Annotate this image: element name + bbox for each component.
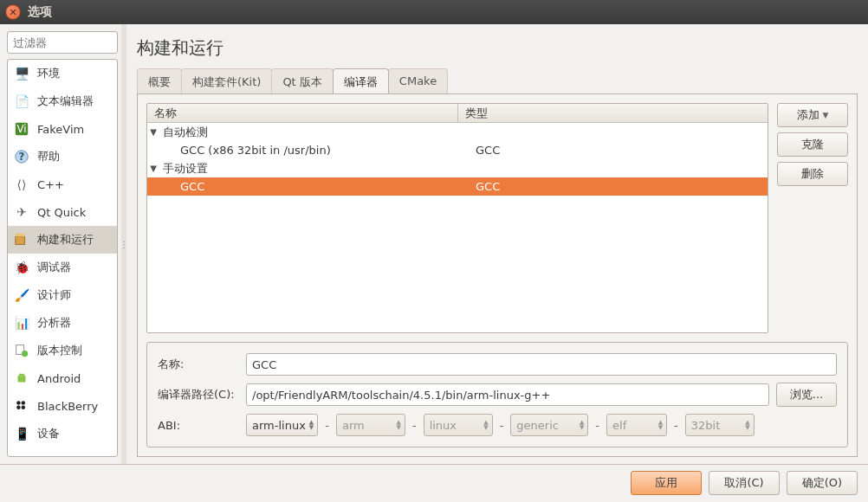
browse-button[interactable]: 浏览... <box>776 383 837 407</box>
svg-rect-4 <box>16 236 25 244</box>
sidebar-item-android[interactable]: Android <box>8 364 117 392</box>
titlebar: ✕ 选项 <box>0 0 868 24</box>
main-panel: 构建和运行 概要 构建套件(Kit) Qt 版本 编译器 CMake 名称 类型… <box>126 24 868 464</box>
apply-button[interactable]: 应用 <box>631 471 702 495</box>
svg-point-12 <box>22 401 26 405</box>
fakevim-icon: Vi <box>13 120 30 138</box>
delete-button[interactable]: 删除 <box>777 162 848 186</box>
add-button[interactable]: 添加▼ <box>777 103 848 127</box>
cpp-icon: ⟨⟩ <box>13 176 30 193</box>
help-icon: ? <box>13 148 30 165</box>
sidebar-item-vcs[interactable]: 版本控制 <box>8 337 117 364</box>
page-title: 构建和运行 <box>137 36 858 60</box>
abi-bits: 32bit▲▼ <box>685 414 755 436</box>
spinner-icon: ▲▼ <box>309 420 314 430</box>
vcs-icon <box>13 342 30 359</box>
svg-text:?: ? <box>19 151 25 163</box>
tree-header: 名称 类型 <box>147 104 768 123</box>
close-icon[interactable]: ✕ <box>5 4 21 20</box>
expand-icon[interactable]: ▼ <box>147 164 159 173</box>
document-icon: 📄 <box>13 93 30 110</box>
tab-kits[interactable]: 构建套件(Kit) <box>181 68 272 93</box>
tree-group-manual[interactable]: ▼手动设置 <box>147 159 768 177</box>
window-title: 选项 <box>28 4 52 20</box>
svg-rect-5 <box>16 234 25 237</box>
path-input[interactable] <box>246 383 769 406</box>
abi-arch: arm▲▼ <box>336 414 405 436</box>
sidebar-item-designer[interactable]: 🖌️设计师 <box>8 281 117 309</box>
path-label: 编译器路径(C): <box>158 387 239 402</box>
sidebar-item-devices[interactable]: 📱设备 <box>8 420 117 447</box>
sidebar: 🖥️环境 📄文本编辑器 ViFakeVim ?帮助 ⟨⟩C++ ✈Qt Quic… <box>0 24 121 464</box>
sidebar-item-debugger[interactable]: 🐞调试器 <box>8 254 117 281</box>
sidebar-item-buildrun[interactable]: 构建和运行 <box>8 226 117 254</box>
sidebar-item-qtquick[interactable]: ✈Qt Quick <box>8 198 117 226</box>
tree-group-auto[interactable]: ▼自动检测 <box>147 123 768 141</box>
tree-row[interactable]: GCCGCC <box>147 177 768 196</box>
tab-compilers[interactable]: 编译器 <box>333 68 389 93</box>
sidebar-item-help[interactable]: ?帮助 <box>8 143 117 171</box>
monitor-icon: 🖥️ <box>13 65 30 82</box>
analyzer-icon: 📊 <box>13 314 30 331</box>
tab-qtversion[interactable]: Qt 版本 <box>271 68 333 93</box>
cancel-button[interactable]: 取消(C) <box>709 471 780 495</box>
tab-bar: 概要 构建套件(Kit) Qt 版本 编译器 CMake <box>137 68 858 94</box>
device-icon: 📱 <box>13 425 30 442</box>
brush-icon: 🖌️ <box>13 286 30 304</box>
svg-point-14 <box>22 406 26 410</box>
name-label: 名称: <box>158 357 239 372</box>
sidebar-item-environment[interactable]: 🖥️环境 <box>8 60 117 87</box>
sidebar-item-texteditor[interactable]: 📄文本编辑器 <box>8 87 117 115</box>
col-name[interactable]: 名称 <box>147 104 458 122</box>
detail-panel: 名称: 编译器路径(C): 浏览... ABI: arm-linux▲▼ - a… <box>146 342 848 447</box>
abi-label: ABI: <box>158 419 239 432</box>
bug-icon: 🐞 <box>13 259 30 276</box>
sidebar-item-blackberry[interactable]: BlackBerry <box>8 392 117 420</box>
svg-point-7 <box>22 351 28 357</box>
sidebar-item-cpp[interactable]: ⟨⟩C++ <box>8 171 117 198</box>
android-icon <box>13 370 30 387</box>
tree-row[interactable]: GCC (x86 32bit in /usr/bin)GCC <box>147 141 768 159</box>
svg-point-11 <box>16 401 21 405</box>
abi-os: linux▲▼ <box>424 414 493 436</box>
ok-button[interactable]: 确定(O) <box>787 471 858 495</box>
abi-format: elf▲▼ <box>606 414 667 436</box>
build-icon <box>13 231 30 248</box>
abi-combo[interactable]: arm-linux▲▼ <box>246 414 318 436</box>
paperplane-icon: ✈ <box>13 203 30 221</box>
name-input[interactable] <box>246 353 837 376</box>
clone-button[interactable]: 克隆 <box>777 132 848 157</box>
dialog-buttons: 应用 取消(C) 确定(O) <box>0 464 868 500</box>
svg-text:Vi: Vi <box>17 123 27 135</box>
col-type[interactable]: 类型 <box>458 104 768 122</box>
svg-rect-8 <box>18 376 26 382</box>
abi-flavor: generic▲▼ <box>510 414 588 436</box>
sidebar-item-analyzer[interactable]: 📊分析器 <box>8 309 117 337</box>
tab-content: 名称 类型 ▼自动检测 GCC (x86 32bit in /usr/bin)G… <box>137 94 858 457</box>
blackberry-icon <box>13 397 30 415</box>
sidebar-item-fakevim[interactable]: ViFakeVim <box>8 115 117 143</box>
tab-cmake[interactable]: CMake <box>388 68 448 93</box>
filter-input[interactable] <box>7 31 118 54</box>
expand-icon[interactable]: ▼ <box>147 127 159 137</box>
dropdown-icon: ▼ <box>823 111 829 119</box>
category-list: 🖥️环境 📄文本编辑器 ViFakeVim ?帮助 ⟨⟩C++ ✈Qt Quic… <box>7 59 118 457</box>
compiler-tree[interactable]: 名称 类型 ▼自动检测 GCC (x86 32bit in /usr/bin)G… <box>146 103 768 333</box>
svg-point-13 <box>16 406 21 410</box>
tab-overview[interactable]: 概要 <box>137 68 182 93</box>
